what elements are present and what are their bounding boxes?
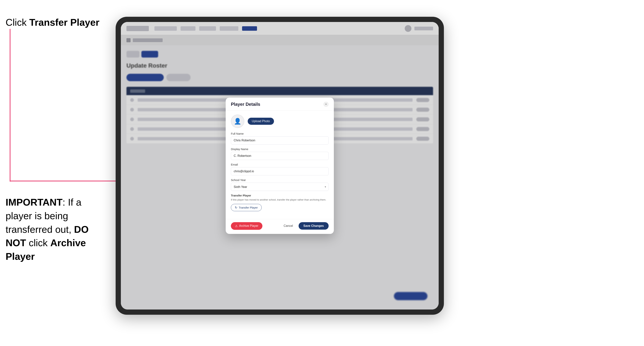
archive-icon: ⚠ xyxy=(235,224,238,228)
school-year-select-wrapper: First Year Second Year Third Year Fourth… xyxy=(231,183,328,191)
modal-overlay: Player Details × 👤 Upload Photo xyxy=(121,22,439,310)
tablet-device: Update Roster xyxy=(116,17,444,315)
archive-player-button[interactable]: ⚠ Archive Player xyxy=(231,222,262,230)
school-year-group: School Year First Year Second Year Third… xyxy=(231,178,328,191)
photo-section: 👤 Upload Photo xyxy=(231,115,328,128)
cancel-button[interactable]: Cancel xyxy=(281,222,296,230)
footer-right: Cancel Save Changes xyxy=(281,222,328,230)
user-icon: 👤 xyxy=(234,118,241,125)
modal-close-button[interactable]: × xyxy=(324,102,328,107)
transfer-player-button[interactable]: ↻ Transfer Player xyxy=(231,204,262,211)
display-name-label: Display Name xyxy=(231,148,328,151)
main-content: Update Roster xyxy=(121,45,439,310)
arrow-vertical-line xyxy=(10,29,10,181)
modal-footer: ⚠ Archive Player Cancel Save Changes xyxy=(226,219,334,234)
tablet-screen: Update Roster xyxy=(121,22,439,310)
refresh-icon: ↻ xyxy=(235,206,237,209)
transfer-player-section: Transfer Player If this player has moved… xyxy=(231,194,328,211)
email-input[interactable] xyxy=(231,167,328,175)
avatar-circle: 👤 xyxy=(231,115,244,128)
full-name-group: Full Name xyxy=(231,132,328,145)
modal-title: Player Details xyxy=(231,102,260,107)
modal-header: Player Details × xyxy=(226,98,334,110)
save-changes-button[interactable]: Save Changes xyxy=(298,222,328,230)
transfer-player-button-label: Transfer Player xyxy=(239,206,258,209)
full-name-input[interactable] xyxy=(231,136,328,145)
transfer-player-label: Transfer Player xyxy=(231,194,328,197)
tablet-inner: Update Roster xyxy=(121,22,439,310)
transfer-player-description: If this player has moved to another scho… xyxy=(231,198,328,202)
display-name-input[interactable] xyxy=(231,152,328,160)
archive-player-label: Archive Player xyxy=(239,224,258,228)
modal-body: 👤 Upload Photo Full Name xyxy=(226,110,334,219)
full-name-label: Full Name xyxy=(231,132,328,135)
email-label: Email xyxy=(231,163,328,166)
instruction-top: Click Transfer Player xyxy=(6,17,100,28)
upload-photo-button[interactable]: Upload Photo xyxy=(248,118,274,125)
email-group: Email xyxy=(231,163,328,175)
player-details-modal: Player Details × 👤 Upload Photo xyxy=(226,98,334,234)
instruction-bottom: IMPORTANT: If a player is being transfer… xyxy=(6,195,110,263)
school-year-label: School Year xyxy=(231,178,328,181)
school-year-select[interactable]: First Year Second Year Third Year Fourth… xyxy=(231,183,328,191)
display-name-group: Display Name xyxy=(231,148,328,160)
